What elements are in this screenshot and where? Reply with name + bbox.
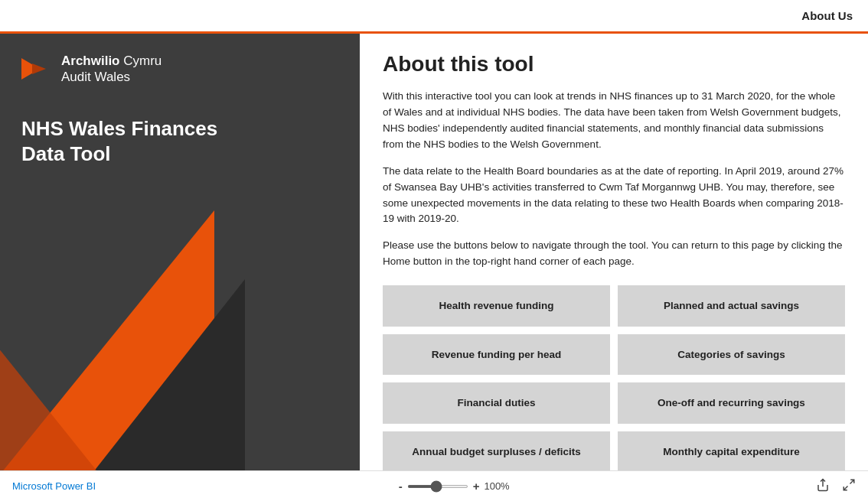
btn-categories-of-savings[interactable]: Categories of savings [618, 334, 845, 376]
btn-financial-duties[interactable]: Financial duties [383, 382, 610, 424]
btn-health-revenue-funding[interactable]: Health revenue funding [383, 285, 610, 327]
logo-area: Archwilio Cymru Audit Wales [0, 34, 360, 98]
sidebar-title-line1: NHS Wales Finances [21, 116, 338, 142]
content-paragraph-1: With this interactive tool you can look … [383, 89, 845, 153]
content-paragraph-2: The data relate to the Health Board boun… [383, 164, 845, 228]
share-icon[interactable] [816, 478, 830, 495]
content-paragraph-3: Please use the buttons below to navigate… [383, 238, 845, 270]
btn-monthly-capital-expenditure[interactable]: Monthly capital expenditure [618, 431, 845, 470]
sidebar-title-line2: Data Tool [21, 142, 338, 167]
btn-planned-actual-savings[interactable]: Planned and actual savings [618, 285, 845, 327]
nav-buttons-grid: Health revenue funding Planned and actua… [383, 285, 845, 470]
content-area: About this tool With this interactive to… [360, 34, 868, 470]
sidebar: Archwilio Cymru Audit Wales NHS Wales Fi… [0, 34, 360, 470]
btn-one-off-recurring-savings[interactable]: One-off and recurring savings [618, 382, 845, 424]
btn-annual-budget-surpluses[interactable]: Annual budget surpluses / deficits [383, 431, 610, 470]
btn-revenue-funding-per-head[interactable]: Revenue funding per head [383, 334, 610, 376]
zoom-minus-button[interactable]: - [399, 480, 403, 493]
zoom-controls: - + 100% [399, 480, 514, 493]
zoom-plus-button[interactable]: + [473, 480, 480, 493]
sidebar-title: NHS Wales Finances Data Tool [0, 98, 360, 181]
zoom-slider[interactable] [407, 485, 468, 488]
svg-marker-1 [32, 63, 46, 74]
bottom-right-icons [816, 478, 856, 495]
content-title: About this tool [383, 52, 845, 76]
top-bar-title: About Us [801, 9, 853, 22]
triangle-area [0, 203, 360, 470]
svg-line-4 [844, 486, 847, 490]
logo-archwilio: Archwilio Cymru [61, 53, 162, 69]
triangle-orange-small [0, 340, 115, 470]
top-bar: About Us [0, 0, 868, 34]
zoom-percentage: 100% [484, 480, 513, 492]
logo-text: Archwilio Cymru Audit Wales [61, 53, 162, 86]
main-layout: Archwilio Cymru Audit Wales NHS Wales Fi… [0, 34, 868, 470]
bottom-bar: Microsoft Power BI - + 100% [0, 470, 868, 501]
fullscreen-icon[interactable] [842, 478, 856, 495]
svg-line-3 [850, 480, 853, 483]
power-bi-link[interactable]: Microsoft Power BI [12, 480, 96, 492]
logo-icon [18, 52, 52, 86]
logo-audit: Audit Wales [61, 69, 162, 85]
